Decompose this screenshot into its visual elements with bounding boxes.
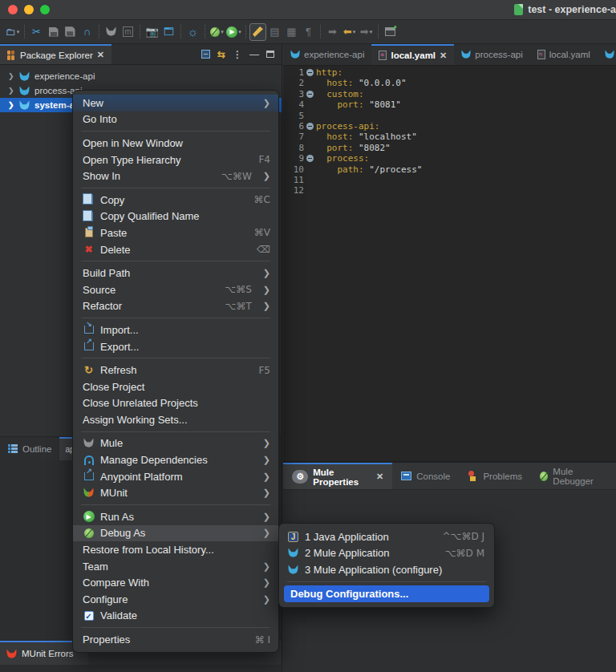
close-window-button[interactable] xyxy=(8,5,18,14)
new-wizard-icon[interactable]: 🗀▾ xyxy=(4,23,21,41)
anypoint-home-icon[interactable]: ∩ xyxy=(79,23,95,41)
forward-icon[interactable]: ➡▾ xyxy=(358,23,375,41)
menu-item-build-path[interactable]: Build Path❯ xyxy=(73,265,278,281)
menu-item-compare-with[interactable]: Compare With❯ xyxy=(73,574,278,591)
menu-item-validate[interactable]: ✓Validate xyxy=(73,608,278,625)
sync-file-icon[interactable]: 🗔 xyxy=(160,23,177,41)
menu-item-open-type-hierarchy[interactable]: Open Type HierarchyF4 xyxy=(73,152,278,168)
menu-item-run-as[interactable]: ▶Run As❯ xyxy=(73,508,278,525)
table-icon[interactable]: ▦ xyxy=(283,23,300,41)
menu-item-copy[interactable]: Copy⌘C xyxy=(73,192,278,208)
yaml-key: host: xyxy=(316,78,359,88)
menu-item-go-into[interactable]: Go Into xyxy=(73,111,278,128)
tab-experience-api[interactable]: experience-api xyxy=(283,44,371,65)
menu-item-paste[interactable]: Paste⌘V xyxy=(73,225,278,241)
mule-project-icon xyxy=(19,71,30,82)
menu-item-export[interactable]: Export... xyxy=(73,338,278,355)
tree-item-experience-api[interactable]: ❯ experience-api xyxy=(0,69,282,83)
yaml-editor[interactable]: 1http: 2 host: "0.0.0.0" 3 custom: 4 por… xyxy=(283,66,616,461)
link-with-editor-icon[interactable]: ⇆ xyxy=(217,49,225,60)
zoom-window-button[interactable] xyxy=(40,5,50,14)
menu-item-source[interactable]: Source⌥⌘S❯ xyxy=(73,281,278,298)
open-window-icon[interactable] xyxy=(382,23,399,41)
tab-package-explorer[interactable]: Package Explorer ✕ xyxy=(0,44,111,64)
menu-item-munit[interactable]: MUnit❯ xyxy=(73,484,278,501)
submenu-item-java-application[interactable]: J1 Java Application^⌥⌘D J xyxy=(279,528,494,545)
tab-outline[interactable]: Outline xyxy=(0,437,59,460)
menu-item-delete[interactable]: ✖Delete⌫ xyxy=(73,241,278,258)
pilcrow-icon[interactable]: ¶ xyxy=(300,23,317,41)
menu-item-anypoint-platform[interactable]: Anypoint Platform❯ xyxy=(73,468,278,485)
menu-item-team[interactable]: Team❯ xyxy=(73,558,278,575)
menu-shortcut: ⌘ I xyxy=(255,634,270,646)
menu-item-close-project[interactable]: Close Project xyxy=(73,379,278,395)
menu-item-refresh[interactable]: ↻RefreshF5 xyxy=(73,362,278,379)
anypoint-platform-icon xyxy=(84,472,94,480)
menu-item-close-unrelated-projects[interactable]: Close Unrelated Projects xyxy=(73,395,278,412)
menu-item-open-in-new-window[interactable]: Open in New Window xyxy=(73,135,278,152)
menu-item-configure[interactable]: Configure❯ xyxy=(73,591,278,608)
close-icon[interactable]: ✕ xyxy=(376,472,383,482)
tab-problems[interactable]: Problems xyxy=(459,463,531,489)
back-icon[interactable]: ⬅▾ xyxy=(341,23,358,41)
tab-mule-debugger[interactable]: Mule Debugger xyxy=(531,463,616,489)
yaml-key: http: xyxy=(316,67,342,78)
view-menu-icon[interactable]: ⋮ xyxy=(233,49,242,60)
code-line: 12 xyxy=(283,185,616,196)
cut-icon[interactable]: ✂ xyxy=(28,23,45,41)
run-icon[interactable]: ▶▾ xyxy=(225,23,242,41)
menu-label: Manage Dependencies xyxy=(100,454,208,466)
submenu-item-mule-application[interactable]: 2 Mule Application⌥⌘D M xyxy=(279,545,494,562)
tab-console[interactable]: Console xyxy=(392,463,459,489)
minimize-view-icon[interactable]: — xyxy=(249,49,259,60)
collapse-all-icon[interactable]: – xyxy=(201,50,210,59)
submenu-item-debug-configurations[interactable]: Debug Configurations... xyxy=(284,585,489,602)
fold-collapse-icon[interactable] xyxy=(306,155,314,162)
gear-icon[interactable]: ☼ xyxy=(184,23,201,41)
toolbar-separator xyxy=(24,25,25,38)
menu-item-debug-as[interactable]: Debug As❯ xyxy=(73,525,278,542)
tab-local-yaml-active[interactable]: local.yaml ✕ xyxy=(371,44,454,65)
submenu-item-mule-application-configure[interactable]: 3 Mule Application (configure) xyxy=(279,561,494,578)
tab-local-yaml-2[interactable]: local.yaml xyxy=(530,44,598,65)
fold-collapse-icon[interactable] xyxy=(306,91,314,98)
next-edit-icon[interactable]: ➡ xyxy=(324,23,341,41)
chevron-right-icon[interactable]: ❯ xyxy=(8,87,14,95)
save-all-icon[interactable] xyxy=(62,23,79,41)
close-icon[interactable]: ✕ xyxy=(97,50,104,60)
fold-collapse-icon[interactable] xyxy=(306,123,314,130)
menu-item-new[interactable]: New❯ xyxy=(73,95,278,111)
menu-item-copy-qualified-name[interactable]: Copy Qualified Name xyxy=(73,208,278,225)
new-mule-flow-icon[interactable]: m xyxy=(120,23,136,41)
menu-item-import[interactable]: Import... xyxy=(73,322,278,338)
tab-system-api[interactable]: system-api xyxy=(598,44,616,65)
submenu-chevron-icon: ❯ xyxy=(263,472,270,482)
mule-project-icon[interactable] xyxy=(103,23,120,41)
highlighter-icon[interactable] xyxy=(249,23,266,41)
chevron-right-icon[interactable]: ❯ xyxy=(8,72,14,80)
maximize-view-icon[interactable] xyxy=(266,51,274,58)
snapshot-icon[interactable]: 📷 xyxy=(144,23,160,41)
mule-file-icon xyxy=(605,50,614,59)
chevron-right-icon[interactable]: ❯ xyxy=(8,101,14,109)
fold-collapse-icon[interactable] xyxy=(306,69,314,76)
menu-item-restore-from-local-history[interactable]: Restore from Local History... xyxy=(73,541,278,558)
close-icon[interactable]: ✕ xyxy=(440,51,447,61)
project-context-menu: New❯ Go Into Open in New Window Open Typ… xyxy=(72,90,279,653)
save-icon[interactable] xyxy=(45,23,62,41)
debug-icon[interactable]: ▾ xyxy=(209,23,225,41)
copy-docs-icon[interactable]: ▤ xyxy=(266,23,283,41)
tab-process-api[interactable]: process-api xyxy=(454,44,529,65)
submenu-chevron-icon: ❯ xyxy=(263,561,270,572)
menu-item-assign-working-sets[interactable]: Assign Working Sets... xyxy=(73,411,278,428)
menu-item-manage-dependencies[interactable]: Manage Dependencies❯ xyxy=(73,451,278,468)
menu-shortcut: ⌥⌘W xyxy=(221,171,252,182)
menu-item-properties[interactable]: Properties⌘ I xyxy=(73,631,278,648)
menu-item-show-in[interactable]: Show In⌥⌘W❯ xyxy=(73,168,278,184)
menu-item-refactor[interactable]: Refactor⌥⌘T❯ xyxy=(73,298,278,315)
menu-label: Team xyxy=(83,561,108,573)
menu-item-mule[interactable]: Mule❯ xyxy=(73,435,278,452)
yaml-key: port: xyxy=(316,143,359,153)
tab-mule-properties[interactable]: ⚙ Mule Properties ✕ xyxy=(283,463,392,489)
minimize-window-button[interactable] xyxy=(24,5,34,14)
